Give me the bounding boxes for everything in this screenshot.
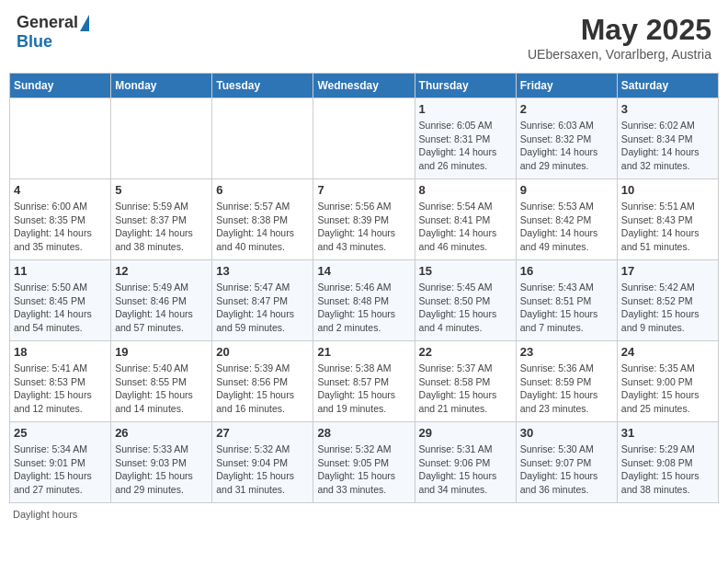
day-info: Sunrise: 5:51 AM Sunset: 8:43 PM Dayligh… [621, 200, 714, 254]
day-number: 28 [317, 426, 410, 440]
day-number: 18 [14, 345, 107, 359]
table-row: 22Sunrise: 5:37 AM Sunset: 8:58 PM Dayli… [415, 341, 516, 422]
table-row [212, 98, 313, 179]
table-row: 9Sunrise: 5:53 AM Sunset: 8:42 PM Daylig… [516, 179, 617, 260]
day-info: Sunrise: 6:05 AM Sunset: 8:31 PM Dayligh… [419, 119, 512, 173]
day-number: 8 [419, 183, 512, 197]
day-info: Sunrise: 5:32 AM Sunset: 9:04 PM Dayligh… [216, 442, 309, 497]
table-row: 2Sunrise: 6:03 AM Sunset: 8:32 PM Daylig… [516, 98, 617, 179]
table-row: 28Sunrise: 5:32 AM Sunset: 9:05 PM Dayli… [313, 422, 415, 503]
table-row [10, 98, 111, 179]
header-thursday: Thursday [415, 74, 516, 98]
calendar-table: Sunday Monday Tuesday Wednesday Thursday… [9, 73, 719, 503]
table-row: 3Sunrise: 6:02 AM Sunset: 8:34 PM Daylig… [617, 98, 718, 179]
day-number: 10 [621, 183, 714, 197]
week-row-2: 4Sunrise: 6:00 AM Sunset: 8:35 PM Daylig… [10, 179, 719, 260]
day-info: Sunrise: 6:00 AM Sunset: 8:35 PM Dayligh… [14, 200, 107, 254]
table-row: 6Sunrise: 5:57 AM Sunset: 8:38 PM Daylig… [212, 179, 313, 260]
table-row: 5Sunrise: 5:59 AM Sunset: 8:37 PM Daylig… [111, 179, 212, 260]
table-row [313, 98, 415, 179]
table-row: 1Sunrise: 6:05 AM Sunset: 8:31 PM Daylig… [415, 98, 516, 179]
day-info: Sunrise: 5:54 AM Sunset: 8:41 PM Dayligh… [419, 200, 512, 254]
table-row: 26Sunrise: 5:33 AM Sunset: 9:03 PM Dayli… [111, 422, 212, 503]
day-number: 11 [14, 264, 107, 278]
day-info: Sunrise: 5:34 AM Sunset: 9:01 PM Dayligh… [14, 442, 107, 497]
day-info: Sunrise: 6:02 AM Sunset: 8:34 PM Dayligh… [621, 119, 714, 173]
day-number: 3 [621, 102, 714, 116]
week-row-5: 25Sunrise: 5:34 AM Sunset: 9:01 PM Dayli… [10, 422, 719, 503]
day-info: Sunrise: 5:59 AM Sunset: 8:37 PM Dayligh… [115, 200, 208, 254]
day-info: Sunrise: 5:42 AM Sunset: 8:52 PM Dayligh… [621, 281, 714, 335]
table-row: 11Sunrise: 5:50 AM Sunset: 8:45 PM Dayli… [10, 260, 111, 341]
day-number: 1 [419, 102, 512, 116]
days-header-row: Sunday Monday Tuesday Wednesday Thursday… [10, 74, 719, 98]
table-row: 30Sunrise: 5:30 AM Sunset: 9:07 PM Dayli… [516, 422, 617, 503]
day-info: Sunrise: 5:45 AM Sunset: 8:50 PM Dayligh… [419, 281, 512, 335]
table-row: 25Sunrise: 5:34 AM Sunset: 9:01 PM Dayli… [10, 422, 111, 503]
table-row: 20Sunrise: 5:39 AM Sunset: 8:56 PM Dayli… [212, 341, 313, 422]
day-info: Sunrise: 5:49 AM Sunset: 8:46 PM Dayligh… [115, 281, 208, 335]
week-row-1: 1Sunrise: 6:05 AM Sunset: 8:31 PM Daylig… [10, 98, 719, 179]
month-title: May 2025 [528, 13, 711, 47]
header-wednesday: Wednesday [313, 74, 415, 98]
week-row-4: 18Sunrise: 5:41 AM Sunset: 8:53 PM Dayli… [10, 341, 719, 422]
day-info: Sunrise: 5:56 AM Sunset: 8:39 PM Dayligh… [317, 200, 410, 254]
table-row: 29Sunrise: 5:31 AM Sunset: 9:06 PM Dayli… [415, 422, 516, 503]
day-info: Sunrise: 5:50 AM Sunset: 8:45 PM Dayligh… [14, 281, 107, 335]
logo-general-text: General [17, 13, 78, 32]
location-title: UEbersaxen, Vorarlberg, Austria [528, 47, 711, 62]
day-number: 27 [216, 426, 309, 440]
day-number: 19 [115, 345, 208, 359]
table-row: 31Sunrise: 5:29 AM Sunset: 9:08 PM Dayli… [617, 422, 718, 503]
day-number: 7 [317, 183, 410, 197]
day-info: Sunrise: 5:39 AM Sunset: 8:56 PM Dayligh… [216, 362, 309, 416]
day-number: 17 [621, 264, 714, 278]
header-saturday: Saturday [617, 74, 718, 98]
day-number: 13 [216, 264, 309, 278]
logo-triangle-icon [80, 15, 89, 31]
day-number: 26 [115, 426, 208, 440]
table-row: 7Sunrise: 5:56 AM Sunset: 8:39 PM Daylig… [313, 179, 415, 260]
table-row: 15Sunrise: 5:45 AM Sunset: 8:50 PM Dayli… [415, 260, 516, 341]
day-info: Sunrise: 5:40 AM Sunset: 8:55 PM Dayligh… [115, 362, 208, 416]
day-info: Sunrise: 5:31 AM Sunset: 9:06 PM Dayligh… [419, 442, 512, 497]
day-info: Sunrise: 5:30 AM Sunset: 9:07 PM Dayligh… [520, 442, 613, 497]
logo-blue-text: Blue [17, 32, 52, 52]
day-number: 23 [520, 345, 613, 359]
day-info: Sunrise: 5:57 AM Sunset: 8:38 PM Dayligh… [216, 200, 309, 254]
table-row [111, 98, 212, 179]
day-number: 24 [621, 345, 714, 359]
table-row: 13Sunrise: 5:47 AM Sunset: 8:47 PM Dayli… [212, 260, 313, 341]
daylight-label: Daylight hours [13, 509, 77, 520]
day-number: 21 [317, 345, 410, 359]
day-info: Sunrise: 5:32 AM Sunset: 9:05 PM Dayligh… [317, 442, 410, 497]
day-info: Sunrise: 5:53 AM Sunset: 8:42 PM Dayligh… [520, 200, 613, 254]
header-sunday: Sunday [10, 74, 111, 98]
day-info: Sunrise: 5:43 AM Sunset: 8:51 PM Dayligh… [520, 281, 613, 335]
day-info: Sunrise: 5:36 AM Sunset: 8:59 PM Dayligh… [520, 362, 613, 416]
header: General Blue May 2025 UEbersaxen, Vorarl… [9, 9, 719, 65]
table-row: 8Sunrise: 5:54 AM Sunset: 8:41 PM Daylig… [415, 179, 516, 260]
header-tuesday: Tuesday [212, 74, 313, 98]
day-info: Sunrise: 5:37 AM Sunset: 8:58 PM Dayligh… [419, 362, 512, 416]
week-row-3: 11Sunrise: 5:50 AM Sunset: 8:45 PM Dayli… [10, 260, 719, 341]
day-info: Sunrise: 6:03 AM Sunset: 8:32 PM Dayligh… [520, 119, 613, 173]
table-row: 4Sunrise: 6:00 AM Sunset: 8:35 PM Daylig… [10, 179, 111, 260]
day-number: 31 [621, 426, 714, 440]
table-row: 27Sunrise: 5:32 AM Sunset: 9:04 PM Dayli… [212, 422, 313, 503]
day-info: Sunrise: 5:38 AM Sunset: 8:57 PM Dayligh… [317, 362, 410, 416]
day-info: Sunrise: 5:46 AM Sunset: 8:48 PM Dayligh… [317, 281, 410, 335]
day-info: Sunrise: 5:47 AM Sunset: 8:47 PM Dayligh… [216, 281, 309, 335]
title-section: May 2025 UEbersaxen, Vorarlberg, Austria [528, 13, 711, 62]
page-container: General Blue May 2025 UEbersaxen, Vorarl… [9, 9, 719, 520]
table-row: 18Sunrise: 5:41 AM Sunset: 8:53 PM Dayli… [10, 341, 111, 422]
header-monday: Monday [111, 74, 212, 98]
day-info: Sunrise: 5:35 AM Sunset: 9:00 PM Dayligh… [621, 362, 714, 416]
logo-text: General [17, 13, 89, 32]
day-number: 4 [14, 183, 107, 197]
day-info: Sunrise: 5:33 AM Sunset: 9:03 PM Dayligh… [115, 442, 208, 497]
day-info: Sunrise: 5:41 AM Sunset: 8:53 PM Dayligh… [14, 362, 107, 416]
table-row: 17Sunrise: 5:42 AM Sunset: 8:52 PM Dayli… [617, 260, 718, 341]
day-number: 25 [14, 426, 107, 440]
table-row: 12Sunrise: 5:49 AM Sunset: 8:46 PM Dayli… [111, 260, 212, 341]
